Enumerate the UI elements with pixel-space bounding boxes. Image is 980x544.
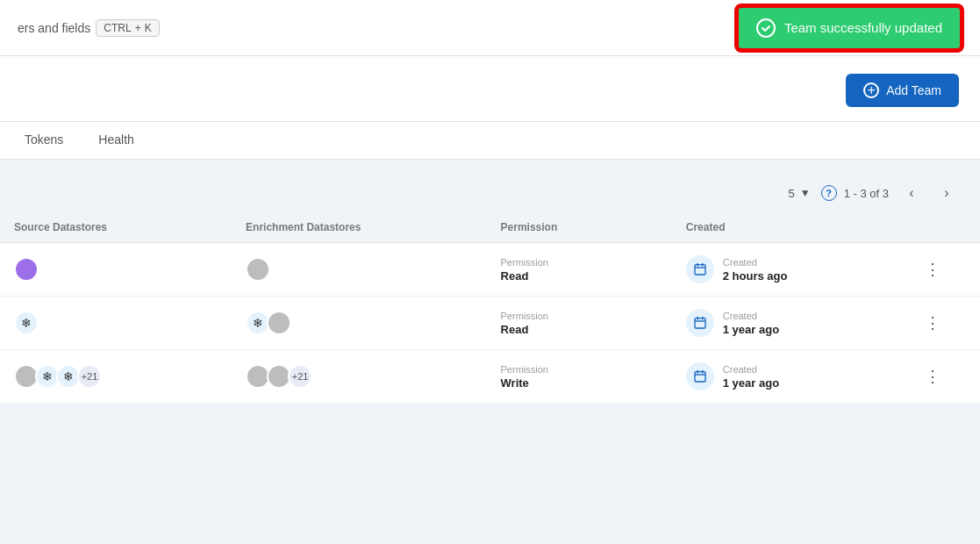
actions-cell: ⋮	[904, 350, 980, 404]
source-datastores-cell	[0, 243, 232, 297]
tab-tokens[interactable]: Tokens	[21, 122, 67, 159]
teams-table: Source Datastores Enrichment Datastores …	[0, 212, 980, 404]
tab-health[interactable]: Health	[95, 122, 137, 159]
toast-check-icon	[756, 18, 776, 38]
col-header-created: Created	[672, 212, 904, 243]
ctrl-key: CTRL	[104, 22, 131, 34]
source-avatars: ❄ ❄ +21	[14, 364, 218, 389]
enrichment-datastores-cell	[232, 243, 486, 297]
svg-rect-8	[695, 372, 705, 382]
table-controls: 5 ▼ ? 1 - 3 of 3 ‹ ›	[0, 174, 980, 212]
avatar-snowflake: ❄	[14, 311, 39, 335]
calendar-icon	[686, 309, 714, 337]
table-row: Permission Read Created 2 hours ago	[0, 243, 980, 297]
enrichment-avatars: +21	[246, 364, 472, 389]
enrichment-datastores-cell: ❄	[232, 297, 486, 350]
svg-rect-4	[695, 319, 705, 328]
plus-circle-icon: +	[863, 82, 879, 98]
permission-value: Read	[501, 269, 529, 283]
source-avatars	[14, 257, 218, 282]
next-page-button[interactable]: ›	[934, 181, 959, 205]
permission-cell: Permission Read	[487, 297, 672, 350]
permission-cell: Permission Write	[487, 350, 672, 404]
row-more-button[interactable]: ⋮	[918, 256, 948, 283]
enrichment-datastores-cell: +21	[232, 350, 486, 404]
svg-rect-0	[695, 265, 705, 275]
created-info: Created 1 year ago	[723, 311, 779, 336]
prev-page-button[interactable]: ‹	[899, 181, 924, 205]
add-team-button[interactable]: + Add Team	[846, 74, 959, 107]
created-cell-inner: Created 1 year ago	[686, 362, 890, 390]
permission-label: Permission	[501, 364, 658, 375]
search-shortcut: ers and fields CTRL + K	[18, 19, 160, 37]
table-row: ❄ ❄ Permission Read	[0, 297, 980, 350]
created-cell: Created 1 year ago	[672, 297, 904, 350]
table-row: ❄ ❄ +21 +21	[0, 350, 980, 404]
source-datastores-cell: ❄ ❄ +21	[0, 350, 232, 404]
avatar	[246, 257, 270, 282]
source-datastores-cell: ❄	[0, 297, 232, 350]
enrichment-avatars: ❄	[246, 311, 472, 335]
col-header-source: Source Datastores	[0, 212, 232, 243]
rows-per-page-selector: 5 ▼	[789, 187, 811, 200]
created-cell-inner: Created 1 year ago	[686, 309, 890, 337]
col-header-actions	[904, 212, 980, 243]
created-cell: Created 2 hours ago	[672, 243, 904, 297]
dropdown-arrow-icon[interactable]: ▼	[800, 187, 811, 199]
toast-message: Team successfully updated	[784, 20, 942, 35]
enrichment-avatars	[246, 257, 472, 282]
avatar-count: +21	[288, 364, 312, 389]
actions-cell: ⋮	[904, 297, 980, 350]
add-team-label: Add Team	[886, 83, 941, 97]
permission-value: Read	[501, 323, 529, 336]
permission-cell: Permission Read	[487, 243, 672, 297]
source-avatars: ❄	[14, 311, 218, 335]
rows-per-page-value: 5	[789, 187, 795, 200]
col-header-permission: Permission	[487, 212, 672, 243]
created-info: Created 1 year ago	[723, 364, 779, 390]
top-bar: ers and fields CTRL + K Team successfull…	[0, 0, 980, 56]
k-key: K	[145, 22, 152, 34]
permission-value: Write	[501, 376, 529, 390]
plus-separator: +	[135, 22, 141, 34]
calendar-icon	[686, 255, 714, 283]
permission-label: Permission	[501, 311, 658, 321]
avatar-count: +21	[77, 364, 102, 389]
search-hint-text: ers and fields	[18, 21, 90, 35]
pagination-help-icon[interactable]: ?	[821, 185, 837, 201]
success-toast: Team successfully updated	[736, 5, 962, 51]
created-cell-inner: Created 2 hours ago	[686, 255, 890, 283]
pagination-range: 1 - 3 of 3	[844, 187, 889, 200]
actions-cell: ⋮	[904, 243, 980, 297]
created-cell: Created 1 year ago	[672, 350, 904, 404]
row-more-button[interactable]: ⋮	[918, 310, 948, 336]
permission-label: Permission	[501, 257, 658, 268]
tabs-bar: Tokens Health	[0, 122, 980, 160]
avatar	[14, 257, 39, 282]
table-header-row: Source Datastores Enrichment Datastores …	[0, 212, 980, 243]
col-header-enrichment: Enrichment Datastores	[232, 212, 486, 243]
page-action-bar: + Add Team	[0, 56, 980, 122]
pagination-info: ? 1 - 3 of 3	[821, 185, 889, 201]
calendar-icon	[686, 362, 714, 390]
keyboard-shortcut: CTRL + K	[96, 19, 159, 37]
row-more-button[interactable]: ⋮	[918, 363, 948, 390]
table-container: 5 ▼ ? 1 - 3 of 3 ‹ › Source Datastores E…	[0, 160, 980, 404]
created-info: Created 2 hours ago	[723, 257, 788, 283]
avatar	[267, 311, 291, 335]
